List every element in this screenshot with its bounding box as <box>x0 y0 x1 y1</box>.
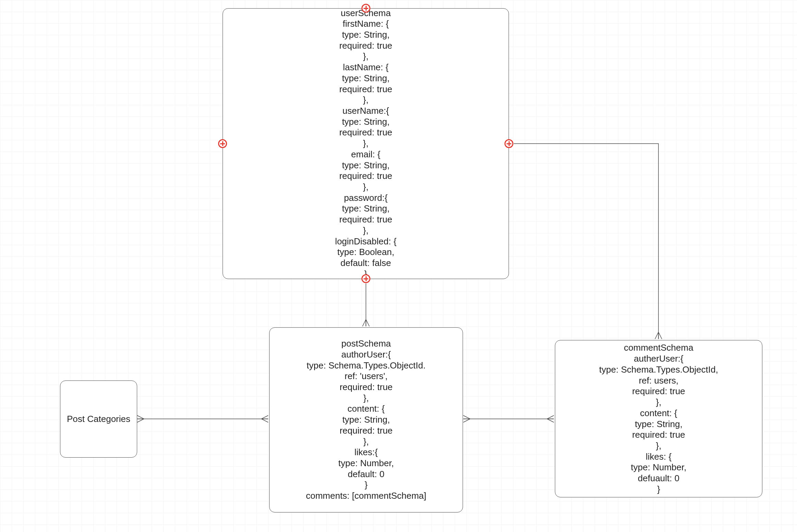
node-label: Post Categories <box>67 414 130 425</box>
connection-port-icon[interactable] <box>361 274 370 283</box>
node-post-categories[interactable]: Post Categories <box>60 380 137 458</box>
edge[interactable] <box>514 144 658 339</box>
diagram-canvas[interactable]: userSchema firstName: { type: String, re… <box>0 0 797 532</box>
node-comment-schema[interactable]: commentSchema autherUser:{ type: Schema.… <box>555 340 762 497</box>
node-post-schema[interactable]: postSchema authorUser:{ type: Schema.Typ… <box>269 327 463 512</box>
connection-port-icon[interactable] <box>504 139 513 148</box>
node-user-schema[interactable]: userSchema firstName: { type: String, re… <box>223 8 509 279</box>
node-label: commentSchema autherUser:{ type: Schema.… <box>599 342 718 495</box>
node-label: userSchema firstName: { type: String, re… <box>335 8 396 279</box>
connection-port-icon[interactable] <box>218 139 227 148</box>
connection-port-icon[interactable] <box>361 4 370 13</box>
node-label: postSchema authorUser:{ type: Schema.Typ… <box>306 338 426 501</box>
